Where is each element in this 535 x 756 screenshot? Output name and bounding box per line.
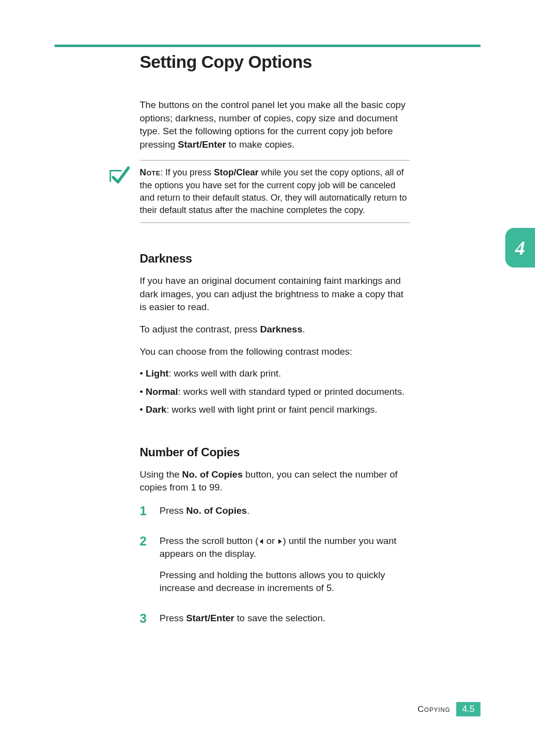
item-rest: : works well with light print or faint p… <box>166 404 377 415</box>
step-1: Press No. of Copies. <box>140 504 410 518</box>
darkness-p2-post: . <box>302 324 305 334</box>
footer-page-number: 4.5 <box>456 702 481 716</box>
note-pre: : If you press <box>160 167 214 177</box>
step3-pre: Press <box>160 613 186 623</box>
copies-intro-bold: No. of Copies <box>182 469 243 480</box>
list-item: Normal: works well with standard typed o… <box>140 385 410 399</box>
footer-section-label: Copying <box>418 704 450 714</box>
darkness-p1: If you have an original document contain… <box>140 274 410 314</box>
header-rule <box>54 45 481 47</box>
copies-intro: Using the No. of Copies button, you can … <box>140 468 410 494</box>
page-footer: Copying 4.5 <box>418 702 481 716</box>
note-bold: Stop/Clear <box>214 167 259 177</box>
scroll-right-icon <box>278 539 282 544</box>
step2-extra: Pressing and holding the buttons allows … <box>160 569 410 595</box>
darkness-p2-pre: To adjust the contrast, press <box>140 324 260 334</box>
darkness-p2-bold: Darkness <box>260 324 303 334</box>
copies-intro-pre: Using the <box>140 469 182 480</box>
step-3: Press Start/Enter to save the selection. <box>140 612 410 625</box>
scroll-left-icon <box>260 539 263 544</box>
copies-steps: Press No. of Copies. Press the scroll bu… <box>140 504 410 625</box>
item-bold: Normal <box>146 386 178 397</box>
darkness-p2: To adjust the contrast, press Darkness. <box>140 323 410 336</box>
list-item: Light: works well with dark print. <box>140 367 410 380</box>
step3-bold: Start/Enter <box>186 613 234 623</box>
darkness-mode-list: Light: works well with dark print. Norma… <box>140 367 410 417</box>
note-text: Note: If you press Stop/Clear while you … <box>140 166 410 216</box>
list-item: Dark: works well with light print or fai… <box>140 403 410 417</box>
step1-bold: No. of Copies <box>186 505 247 516</box>
step1-post: . <box>247 505 249 516</box>
item-rest: : works well with standard typed or prin… <box>178 386 404 397</box>
intro-bold: Start/Enter <box>178 139 226 150</box>
item-bold: Dark <box>146 404 166 415</box>
section-heading-copies: Number of Copies <box>140 445 410 459</box>
item-rest: : works well with dark print. <box>168 368 281 378</box>
intro-after: to make copies. <box>226 139 294 150</box>
note-block: Note: If you press Stop/Clear while you … <box>140 160 410 223</box>
step-2: Press the scroll button ( or ) until the… <box>140 535 410 595</box>
step2-pre: Press the scroll button ( <box>160 536 259 546</box>
step3-post: to save the selection. <box>234 613 325 623</box>
step1-pre: Press <box>160 505 186 516</box>
checkmark-note-icon <box>107 165 130 188</box>
page-title: Setting Copy Options <box>140 52 410 72</box>
step2-mid: or <box>264 536 277 546</box>
note-label: Note <box>140 167 160 177</box>
item-bold: Light <box>146 368 168 378</box>
section-heading-darkness: Darkness <box>140 252 410 266</box>
intro-paragraph: The buttons on the control panel let you… <box>140 99 410 151</box>
darkness-p3: You can choose from the following contra… <box>140 345 410 359</box>
